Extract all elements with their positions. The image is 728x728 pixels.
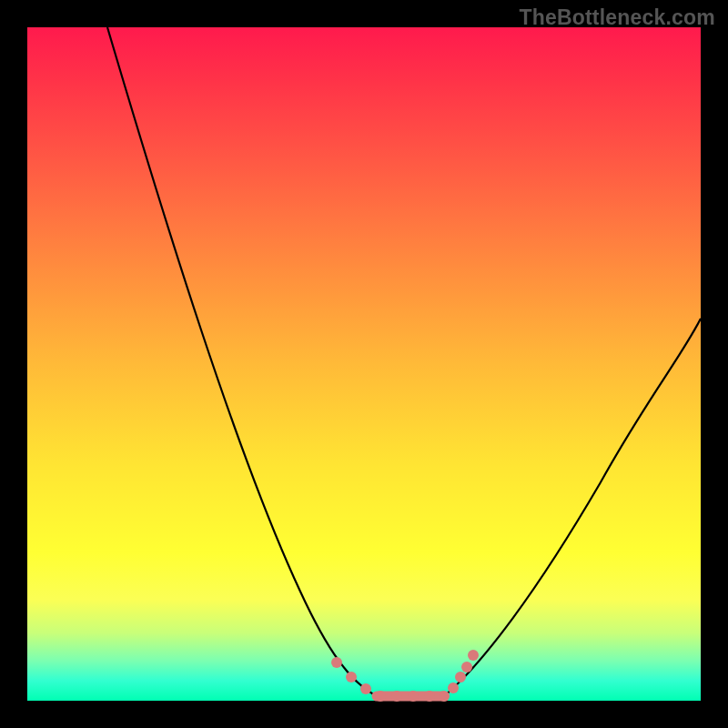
marker-dot (461, 662, 472, 672)
marker-dot (346, 672, 357, 682)
right-branch (444, 318, 701, 696)
marker-dot (455, 672, 466, 682)
marker-dot (468, 650, 479, 661)
marker-dot (331, 657, 342, 668)
left-branch (107, 27, 377, 696)
marker-dot (424, 691, 435, 702)
outer-frame: TheBottleneck.com (0, 0, 728, 728)
marker-dot (375, 691, 386, 702)
marker-dot (439, 691, 450, 702)
marker-dot (391, 691, 402, 702)
marker-dot (448, 682, 459, 693)
watermark-text: TheBottleneck.com (519, 5, 715, 30)
marker-dot (360, 683, 371, 694)
plot-area (27, 27, 701, 701)
bottleneck-curve (27, 27, 701, 701)
marker-dot (408, 691, 419, 702)
